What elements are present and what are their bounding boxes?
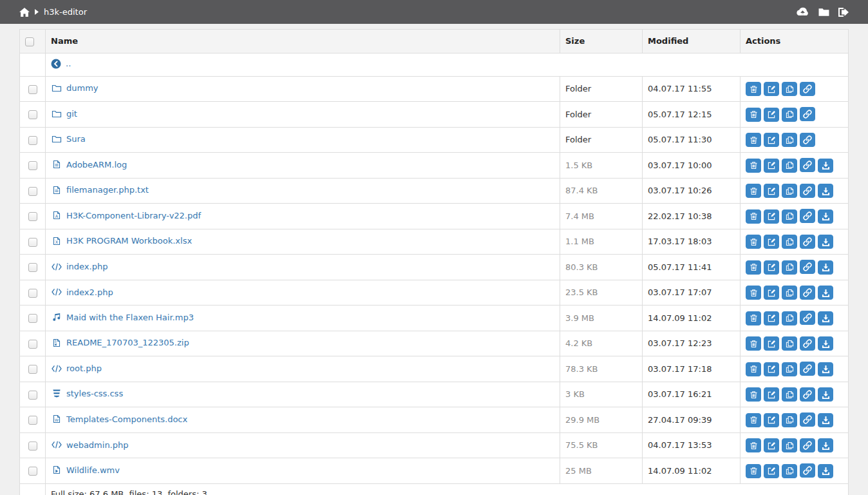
logout-icon[interactable] xyxy=(838,8,849,17)
rename-button[interactable] xyxy=(764,82,779,96)
copy-button[interactable] xyxy=(782,133,797,147)
download-button[interactable] xyxy=(818,311,833,325)
link-button[interactable] xyxy=(800,184,815,198)
link-button[interactable] xyxy=(800,209,815,223)
delete-button[interactable] xyxy=(746,260,761,275)
delete-button[interactable] xyxy=(746,413,761,427)
row-checkbox[interactable] xyxy=(28,365,37,374)
delete-button[interactable] xyxy=(746,286,761,300)
file-link[interactable]: Sura xyxy=(66,134,86,144)
link-button[interactable] xyxy=(800,158,815,172)
download-button[interactable] xyxy=(818,413,833,427)
delete-button[interactable] xyxy=(746,362,761,376)
link-button[interactable] xyxy=(800,235,815,249)
link-button[interactable] xyxy=(800,133,815,147)
delete-button[interactable] xyxy=(746,209,761,224)
copy-button[interactable] xyxy=(782,159,797,173)
link-button[interactable] xyxy=(800,387,815,402)
row-checkbox[interactable] xyxy=(28,289,37,298)
link-button[interactable] xyxy=(800,260,815,274)
file-link[interactable]: filemanager.php.txt xyxy=(66,185,149,195)
row-checkbox[interactable] xyxy=(28,391,37,400)
download-button[interactable] xyxy=(818,387,833,402)
download-button[interactable] xyxy=(818,464,833,478)
row-checkbox[interactable] xyxy=(28,238,37,247)
link-button[interactable] xyxy=(800,107,815,121)
file-link[interactable]: Maid with the Flaxen Hair.mp3 xyxy=(66,313,194,322)
copy-button[interactable] xyxy=(782,108,797,122)
home-icon[interactable] xyxy=(19,8,30,17)
rename-button[interactable] xyxy=(764,235,779,249)
link-button[interactable] xyxy=(800,82,815,96)
rename-button[interactable] xyxy=(764,286,779,300)
delete-button[interactable] xyxy=(746,184,761,198)
rename-button[interactable] xyxy=(764,133,779,147)
file-link[interactable]: dummy xyxy=(66,83,99,93)
file-link[interactable]: index2.php xyxy=(66,287,113,297)
row-checkbox[interactable] xyxy=(28,136,37,145)
rename-button[interactable] xyxy=(764,387,779,402)
row-checkbox[interactable] xyxy=(28,442,37,451)
rename-button[interactable] xyxy=(764,362,779,376)
copy-button[interactable] xyxy=(782,184,797,198)
row-checkbox[interactable] xyxy=(28,314,37,323)
copy-button[interactable] xyxy=(782,362,797,376)
file-link[interactable]: index.php xyxy=(66,262,108,271)
download-button[interactable] xyxy=(818,362,833,376)
copy-button[interactable] xyxy=(782,260,797,275)
download-button[interactable] xyxy=(818,286,833,300)
rename-button[interactable] xyxy=(764,311,779,325)
copy-button[interactable] xyxy=(782,311,797,325)
rename-button[interactable] xyxy=(764,413,779,427)
delete-button[interactable] xyxy=(746,235,761,249)
row-checkbox[interactable] xyxy=(28,212,37,221)
copy-button[interactable] xyxy=(782,387,797,402)
row-checkbox[interactable] xyxy=(28,263,37,272)
rename-button[interactable] xyxy=(764,184,779,198)
row-checkbox[interactable] xyxy=(28,161,37,170)
file-link[interactable]: Wildlife.wmv xyxy=(66,465,120,475)
copy-button[interactable] xyxy=(782,209,797,224)
link-button[interactable] xyxy=(800,362,815,376)
row-checkbox[interactable] xyxy=(28,340,37,349)
link-button[interactable] xyxy=(800,286,815,300)
rename-button[interactable] xyxy=(764,260,779,275)
link-button[interactable] xyxy=(800,311,815,325)
row-checkbox[interactable] xyxy=(28,110,37,119)
delete-button[interactable] xyxy=(746,133,761,147)
copy-button[interactable] xyxy=(782,336,797,351)
file-link[interactable]: AdobeARM.log xyxy=(66,160,127,170)
download-button[interactable] xyxy=(818,159,833,173)
copy-button[interactable] xyxy=(782,464,797,478)
delete-button[interactable] xyxy=(746,159,761,173)
rename-button[interactable] xyxy=(764,464,779,478)
file-link[interactable]: H3K PROGRAM Workbook.xlsx xyxy=(66,236,192,246)
cloud-upload-icon[interactable] xyxy=(796,7,809,17)
rename-button[interactable] xyxy=(764,209,779,224)
link-button[interactable] xyxy=(800,463,815,478)
file-link[interactable]: styles-css.css xyxy=(66,389,123,398)
rename-button[interactable] xyxy=(764,336,779,351)
file-link[interactable]: git xyxy=(66,109,77,119)
download-button[interactable] xyxy=(818,184,833,198)
file-link[interactable]: root.php xyxy=(66,364,102,373)
delete-button[interactable] xyxy=(746,438,761,452)
link-button[interactable] xyxy=(800,336,815,351)
file-link[interactable]: Templates-Components.docx xyxy=(66,414,187,424)
download-button[interactable] xyxy=(818,260,833,275)
row-checkbox[interactable] xyxy=(28,187,37,196)
download-button[interactable] xyxy=(818,438,833,452)
copy-button[interactable] xyxy=(782,286,797,300)
parent-directory-link[interactable]: .. xyxy=(66,59,71,68)
link-button[interactable] xyxy=(800,412,815,427)
delete-button[interactable] xyxy=(746,82,761,96)
rename-button[interactable] xyxy=(764,159,779,173)
download-button[interactable] xyxy=(818,235,833,249)
copy-button[interactable] xyxy=(782,235,797,249)
file-link[interactable]: README_170703_122305.zip xyxy=(66,338,189,347)
delete-button[interactable] xyxy=(746,336,761,351)
row-checkbox[interactable] xyxy=(28,416,37,425)
delete-button[interactable] xyxy=(746,464,761,478)
new-folder-icon[interactable] xyxy=(818,8,829,17)
copy-button[interactable] xyxy=(782,438,797,452)
